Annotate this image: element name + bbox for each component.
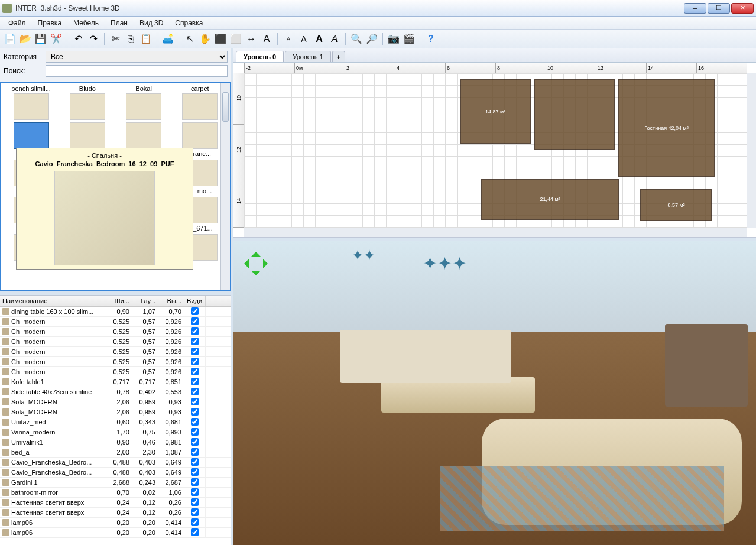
catalog-item[interactable]: carpet [173,85,228,121]
visibility-checkbox[interactable] [191,508,199,516]
wall-icon[interactable]: ⬛ [214,33,227,46]
table-row[interactable]: Kofe table10,7170,7170,851 [0,377,231,387]
menu-furniture[interactable]: Мебель [69,18,103,28]
room-icon[interactable]: ⬜ [229,33,242,46]
table-row[interactable]: Настенная светит вверх0,240,120,26 [0,498,231,508]
photo-icon[interactable]: 📷 [387,33,400,46]
visibility-checkbox[interactable] [191,478,199,486]
visibility-checkbox[interactable] [191,338,199,345]
nav-left-icon[interactable] [239,259,249,268]
table-row[interactable]: Cavio_Francheska_Bedro...0,4880,4030,649 [0,468,231,478]
table-row[interactable]: Ch_modern0,5250,570,926 [0,317,231,327]
dimension-icon[interactable]: ↔ [245,33,258,46]
add-furniture-icon[interactable]: 🛋️ [161,33,174,46]
plan-area[interactable]: -20м246810121416 101214 14,87 м²Гостиная… [233,63,756,238]
maximize-button[interactable]: ☐ [708,3,730,14]
visibility-checkbox[interactable] [191,498,199,506]
visibility-checkbox[interactable] [191,398,199,405]
table-row[interactable]: lamp060,200,200,414 [0,518,231,528]
furniture-table-header[interactable]: Наименование Ши... Глу... Вы... Види... [0,296,231,307]
visibility-checkbox[interactable] [191,528,199,536]
visibility-checkbox[interactable] [191,408,199,416]
save-icon[interactable]: 💾 [34,33,47,46]
catalog-item[interactable]: Bokal [116,85,171,121]
plan-room[interactable]: 8,57 м² [640,189,712,221]
table-row[interactable]: lamp060,200,200,414 [0,528,231,538]
visibility-checkbox[interactable] [191,488,199,496]
visibility-checkbox[interactable] [191,327,199,335]
text-icon[interactable]: A [260,33,273,46]
view-3d[interactable]: ✦✦✦ ✦✦ [233,241,756,545]
table-row[interactable]: Настенная светит вверх0,240,120,26 [0,508,231,518]
pan-icon[interactable]: ✋ [199,33,212,46]
prefs-icon[interactable]: ✂️ [50,33,63,46]
zoom-out-icon[interactable]: 🔎 [365,33,378,46]
table-row[interactable]: Unitaz_med0,600,3430,681 [0,417,231,427]
bold-icon[interactable]: A [313,33,326,46]
plan-canvas[interactable]: 14,87 м²Гостиная 42,04 м²21,44 м²8,57 м² [244,73,747,228]
visibility-checkbox[interactable] [191,448,199,456]
visibility-checkbox[interactable] [191,307,199,315]
catalog-item[interactable]: bench slimli... [4,85,59,121]
table-row[interactable]: Ch_modern0,5250,570,926 [0,347,231,357]
tab-add-level[interactable]: + [332,51,345,62]
plan-scrollbar-v[interactable] [747,73,756,228]
nav-up-icon[interactable] [251,247,261,257]
nav-down-icon[interactable] [251,271,261,280]
table-row[interactable]: Sofa_MODERN2,060,9590,93 [0,397,231,407]
table-row[interactable]: Gardini 12,6880,2432,687 [0,478,231,488]
visibility-checkbox[interactable] [191,518,199,526]
plan-scrollbar-h[interactable] [244,228,747,237]
select-icon[interactable]: ↖ [183,33,196,46]
plan-room[interactable]: Гостиная 42,04 м² [618,79,715,177]
catalog-scrollbar[interactable] [220,83,230,290]
menu-plan[interactable]: План [106,18,132,28]
visibility-checkbox[interactable] [191,378,199,385]
visibility-checkbox[interactable] [191,358,199,365]
table-row[interactable]: Side table 40x78cm slimline0,780,4020,55… [0,387,231,397]
table-row[interactable]: Cavio_Francheska_Bedro...0,4880,4030,649 [0,458,231,468]
table-row[interactable]: dining table 160 x 100 slim...0,901,070,… [0,307,231,317]
textsize-dec-icon[interactable]: A [282,33,295,46]
tab-level-1[interactable]: Уровень 1 [285,51,331,62]
nav-right-icon[interactable] [263,259,272,268]
nav-3d-compass[interactable] [239,247,272,280]
visibility-checkbox[interactable] [191,388,199,395]
table-row[interactable]: Umivalnik10,900,460,981 [0,437,231,447]
table-row[interactable]: Vanna_modern1,700,750,993 [0,427,231,437]
table-row[interactable]: Ch_modern0,5250,570,926 [0,337,231,347]
menu-3dview[interactable]: Вид 3D [135,18,168,28]
copy-icon[interactable]: ⎘ [124,33,137,46]
visibility-checkbox[interactable] [191,468,199,476]
table-row[interactable]: Ch_modern0,5250,570,926 [0,327,231,337]
textsize-inc-icon[interactable]: A [297,33,310,46]
italic-icon[interactable]: A [328,33,341,46]
open-icon[interactable]: 📂 [19,33,32,46]
paste-icon[interactable]: 📋 [139,33,153,46]
table-row[interactable]: bed_a2,002,301,087 [0,447,231,458]
catalog-item[interactable]: Bludo [60,85,115,121]
table-row[interactable]: Ch_modern0,5250,570,926 [0,367,231,377]
minimize-button[interactable]: ─ [684,3,706,14]
plan-room[interactable]: 21,44 м² [481,179,619,220]
help-icon[interactable]: ? [424,33,437,46]
search-input[interactable] [46,65,228,77]
menu-edit[interactable]: Правка [33,18,67,28]
visibility-checkbox[interactable] [191,418,199,426]
cut-icon[interactable]: ✄ [109,33,122,46]
tab-level-0[interactable]: Уровень 0 [236,51,284,62]
menu-file[interactable]: Файл [4,18,31,28]
category-select[interactable]: Все [46,51,228,63]
undo-icon[interactable]: ↶ [72,33,85,46]
table-row[interactable]: bathroom-mirror0,700,021,06 [0,488,231,498]
visibility-checkbox[interactable] [191,368,199,375]
plan-room[interactable]: 14,87 м² [460,79,531,144]
new-icon[interactable]: 📄 [4,33,17,46]
zoom-in-icon[interactable]: 🔍 [350,33,363,46]
redo-icon[interactable]: ↷ [87,33,100,46]
visibility-checkbox[interactable] [191,348,199,355]
visibility-checkbox[interactable] [191,438,199,446]
video-icon[interactable]: 🎬 [403,33,416,46]
visibility-checkbox[interactable] [191,458,199,466]
close-button[interactable]: ✕ [731,3,754,14]
